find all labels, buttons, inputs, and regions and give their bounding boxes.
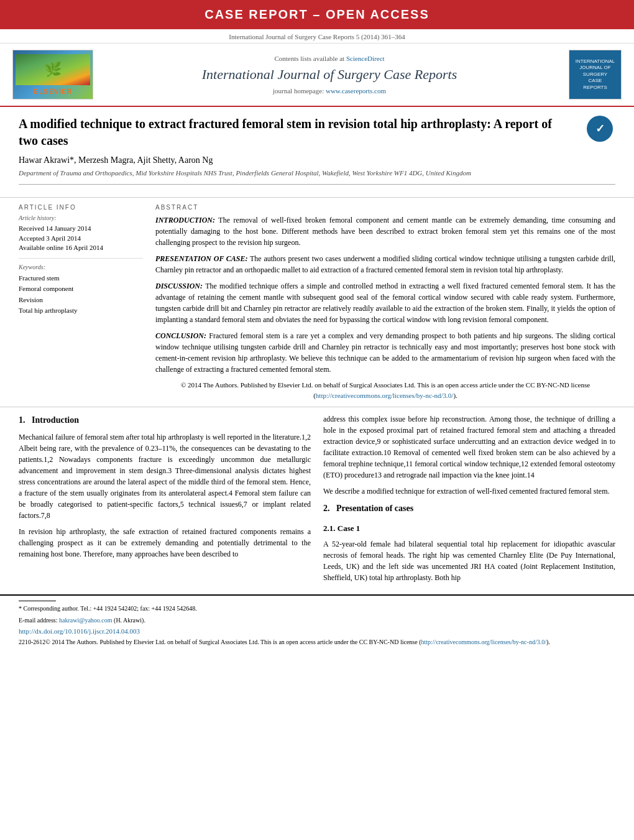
intro-text: The removal of well-fixed broken femoral… xyxy=(155,216,615,247)
info-divider xyxy=(19,258,143,259)
svg-text:✓: ✓ xyxy=(595,122,605,135)
abstract-conclusion: CONCLUSION: Fractured femoral stem is a … xyxy=(155,330,615,375)
section2-sub1-heading: 2.1. Case 1 xyxy=(323,522,615,535)
article-info-col: ARTICLE INFO Article history: Received 1… xyxy=(19,204,143,400)
journal-header: 🌿 ELSEVIER Contents lists available at S… xyxy=(0,44,634,107)
received-date: Received 14 January 2014 xyxy=(19,224,143,233)
intro-label: INTRODUCTION: xyxy=(155,216,215,224)
article-title: A modified technique to extract fracture… xyxy=(19,116,584,149)
header-divider xyxy=(19,184,615,185)
section2-heading: 2. Presentation of cases xyxy=(323,502,615,515)
presentation-label: PRESENTATION OF CASE: xyxy=(155,254,248,263)
footer-license-text: 2210-2612© 2014 The Authors. Published b… xyxy=(19,637,615,647)
sciencedirect-link[interactable]: ScienceDirect xyxy=(346,55,385,62)
author-email-link[interactable]: hakrawi@yahoo.com xyxy=(59,617,113,624)
abstract-label: ABSTRACT xyxy=(155,204,615,211)
abstract-copyright: © 2014 The Authors. Published by Elsevie… xyxy=(155,380,615,400)
conclusion-label: CONCLUSION: xyxy=(155,331,206,340)
journal-title: International Journal of Surgery Case Re… xyxy=(99,66,559,84)
journal-homepage: journal homepage: www.casereports.com xyxy=(99,87,559,95)
ijscr-logo: INTERNATIONAL JOURNAL OF SURGERY CASE RE… xyxy=(569,50,622,99)
journal-homepage-link[interactable]: www.casereports.com xyxy=(326,87,386,95)
keyword-3: Revision xyxy=(19,295,143,306)
keyword-4: Total hip arthroplasty xyxy=(19,305,143,316)
case-report-banner: CASE REPORT – OPEN ACCESS xyxy=(0,0,634,29)
contents-available: Contents lists available at ScienceDirec… xyxy=(99,55,559,62)
cc-license-link[interactable]: http://creativecommons.org/licenses/by-n… xyxy=(316,392,454,399)
discussion-text: The modified technique offers a simple a… xyxy=(155,282,615,324)
journal-cover-image: 🌿 ELSEVIER xyxy=(12,50,93,99)
keywords-label: Keywords: xyxy=(19,264,143,270)
authors-line: Hawar Akrawi*, Merzesh Magra, Ajit Shett… xyxy=(19,155,615,165)
elsevier-label: ELSEVIER xyxy=(34,88,72,95)
history-label: Article history: xyxy=(19,215,143,221)
abstract-discussion: DISCUSSION: The modified technique offer… xyxy=(155,280,615,325)
elsevier-logo: 🌿 ELSEVIER xyxy=(12,50,99,99)
journal-logo-right: INTERNATIONAL JOURNAL OF SURGERY CASE RE… xyxy=(559,50,622,99)
section1-heading: 1. Introduction xyxy=(19,413,311,427)
crossmark-icon: ✓ xyxy=(587,116,613,142)
accepted-date: Accepted 3 April 2014 xyxy=(19,234,143,243)
conclusion-text: Fractured femoral stem is a rare yet a c… xyxy=(155,331,615,374)
sub-header: International Journal of Surgery Case Re… xyxy=(0,29,634,44)
body-section: 1. Introduction Mechanical failure of fe… xyxy=(0,407,634,594)
available-date: Available online 16 April 2014 xyxy=(19,243,143,252)
body-para-1: Mechanical failure of femoral stem after… xyxy=(19,432,311,521)
body-col-right: address this complex issue before hip re… xyxy=(323,413,615,588)
banner-title: CASE REPORT – OPEN ACCESS xyxy=(204,7,430,21)
article-title-row: A modified technique to extract fracture… xyxy=(19,116,615,149)
keyword-1: Fractured stem xyxy=(19,273,143,284)
keyword-2: Femoral component xyxy=(19,284,143,295)
journal-info-center: Contents lists available at ScienceDirec… xyxy=(99,55,559,95)
footer-license-link[interactable]: http://creativecommons.org/licenses/by-n… xyxy=(421,639,546,645)
abstract-presentation: PRESENTATION OF CASE: The authors presen… xyxy=(155,253,615,275)
doi-link[interactable]: http://dx.doi.org/10.1016/j.ijscr.2014.0… xyxy=(19,627,615,635)
body-col-left: 1. Introduction Mechanical failure of fe… xyxy=(19,413,311,588)
abstract-col: ABSTRACT INTRODUCTION: The removal of we… xyxy=(155,204,615,400)
body-two-col: 1. Introduction Mechanical failure of fe… xyxy=(19,413,615,588)
email-note: E-mail address: hakrawi@yahoo.com (H. Ak… xyxy=(19,616,615,625)
journal-citation: International Journal of Surgery Case Re… xyxy=(229,33,405,40)
affiliation-text: Department of Trauma and Orthopaedics, M… xyxy=(19,168,615,178)
discussion-label: DISCUSSION: xyxy=(155,282,203,290)
article-header: A modified technique to extract fracture… xyxy=(0,107,634,198)
abstract-intro: INTRODUCTION: The removal of well-fixed … xyxy=(155,215,615,248)
body-para-case1: A 52-year-old female had bilateral seque… xyxy=(323,538,615,583)
footer-section: * Corresponding author. Tel.: +44 1924 5… xyxy=(0,594,634,652)
body-para-2: In revision hip arthroplasty, the safe e… xyxy=(19,526,311,560)
crossmark-area: ✓ xyxy=(584,116,615,142)
body-para-col2-1: address this complex issue before hip re… xyxy=(323,413,615,481)
body-para-col2-2: We describe a modified technique for ext… xyxy=(323,486,615,497)
info-abstract-section: ARTICLE INFO Article history: Received 1… xyxy=(0,198,634,407)
article-info-label: ARTICLE INFO xyxy=(19,204,143,211)
corresponding-author-note: * Corresponding author. Tel.: +44 1924 5… xyxy=(19,604,615,613)
